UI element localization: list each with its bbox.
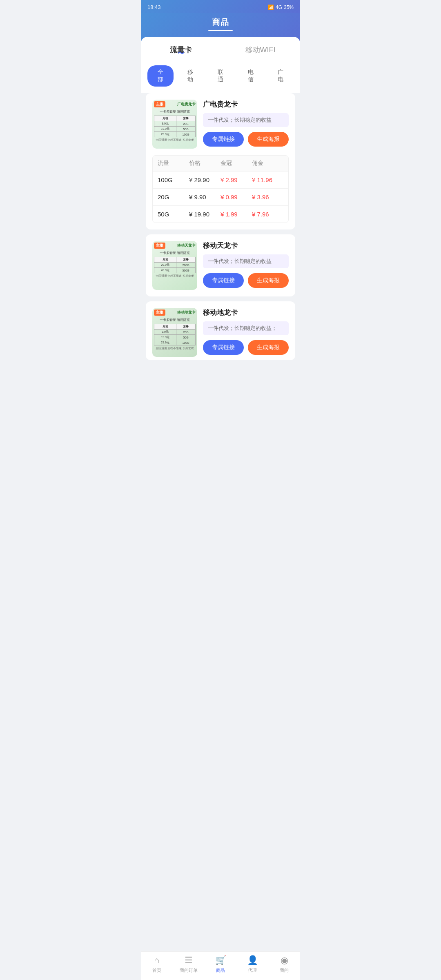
main-push-badge: 主推 <box>154 310 165 316</box>
main-push-badge: 主推 <box>154 243 165 249</box>
generate-poster-btn[interactable]: 生成海报 <box>248 132 289 147</box>
exclusive-link-btn-3[interactable]: 专属链接 <box>203 340 244 355</box>
product-list: 主推 广电贵龙卡 一卡多套餐 随用随充 月租套餐 9.9元20G 19.9元50… <box>141 93 300 398</box>
nav-agent[interactable]: 👤 代理 <box>236 955 268 973</box>
product-desc: 一件代发；长期稳定的收益 <box>203 254 289 268</box>
product-title: 移动天龙卡 <box>203 241 289 250</box>
exclusive-link-btn[interactable]: 专属链接 <box>203 132 244 147</box>
nav-products[interactable]: 🛒 商品 <box>205 955 236 973</box>
status-icons: 📶 4G 35% <box>268 4 294 10</box>
products-icon: 🛒 <box>215 955 226 966</box>
action-buttons-2: 专属链接 生成海报 <box>203 273 289 288</box>
main-tabs: 流量卡 〜 移动WIFI <box>141 37 300 60</box>
product-title: 广电贵龙卡 <box>203 100 289 109</box>
pricing-header: 流量 价格 金冠 佣金 <box>153 156 288 172</box>
nav-products-label: 商品 <box>216 967 225 973</box>
pricing-row-100g: 100G ¥ 29.90 ¥ 2.99 ¥ 11.96 <box>153 172 288 189</box>
card-pricing-table-3: 月租套餐 9.9元20G 19.9元50G 29.9元100G <box>154 324 196 345</box>
tab-wifi[interactable]: 移动WIFI <box>220 37 300 60</box>
product-info-mobile-dilong: 移动地龙卡 一件代发；长期稳定的收益； 专属链接 生成海报 <box>203 308 289 357</box>
product-card-mobile-dilong: 主推 移动地龙卡 一卡多套餐 随用随充 月租套餐 9.9元20G 19.9元50… <box>146 301 295 360</box>
nav-mine[interactable]: ◉ 我的 <box>268 955 300 973</box>
action-buttons-3: 专属链接 生成海报 <box>203 340 289 355</box>
product-info-guangdian: 广电贵龙卡 一件代发；长期稳定的收益 专属链接 生成海报 <box>203 100 289 149</box>
generate-poster-btn-3[interactable]: 生成海报 <box>248 340 289 355</box>
agent-icon: 👤 <box>247 955 258 966</box>
orders-icon: ☰ <box>185 955 193 966</box>
nav-mine-label: 我的 <box>280 967 289 973</box>
product-card-mobile-tianlong: 主推 移动天龙卡 一卡多套餐 随用随充 月租套餐 29.9元200G 49.9元… <box>146 234 295 296</box>
bottom-nav: ⌂ 首页 ☰ 我的订单 🛒 商品 👤 代理 ◉ 我的 <box>141 951 300 980</box>
nav-orders-label: 我的订单 <box>180 967 198 973</box>
filter-all[interactable]: 全部 <box>147 65 174 87</box>
product-card-guangdian-guilong: 主推 广电贵龙卡 一卡多套餐 随用随充 月租套餐 9.9元20G 19.9元50… <box>146 93 295 229</box>
product-title: 移动地龙卡 <box>203 308 289 317</box>
main-push-badge: 主推 <box>154 101 165 107</box>
card-pricing-table: 月租套餐 9.9元20G 19.9元50G 29.9元100G <box>154 116 196 137</box>
nav-agent-label: 代理 <box>248 967 257 973</box>
product-image-mobile-tianlong: 主推 移动天龙卡 一卡多套餐 随用随充 月租套餐 29.9元200G 49.9元… <box>152 241 197 290</box>
tab-squiggle: 〜 <box>178 49 184 58</box>
generate-poster-btn-2[interactable]: 生成海报 <box>248 273 289 288</box>
nav-home-label: 首页 <box>152 967 161 973</box>
product-image-mobile-dilong: 主推 移动地龙卡 一卡多套餐 随用随充 月租套餐 9.9元20G 19.9元50… <box>152 308 197 357</box>
action-buttons: 专属链接 生成海报 <box>203 132 289 147</box>
product-info-mobile-tianlong: 移动天龙卡 一件代发；长期稳定的收益 专属链接 生成海报 <box>203 241 289 290</box>
product-image-guangdian: 主推 广电贵龙卡 一卡多套餐 随用随充 月租套餐 9.9元20G 19.9元50… <box>152 100 197 149</box>
card-pricing-table-2: 月租套餐 29.9元200G 49.9元500G <box>154 257 196 273</box>
status-bar: 18:43 📶 4G 35% <box>141 0 300 13</box>
tab-liuliang[interactable]: 流量卡 〜 <box>141 37 220 60</box>
filter-mobile[interactable]: 移动 <box>178 65 204 87</box>
nav-home[interactable]: ⌂ 首页 <box>141 955 173 973</box>
product-desc: 一件代发；长期稳定的收益 <box>203 113 289 127</box>
header-underline <box>208 30 233 31</box>
pricing-row-50g: 50G ¥ 19.90 ¥ 1.99 ¥ 7.96 <box>153 206 288 223</box>
exclusive-link-btn-2[interactable]: 专属链接 <box>203 273 244 288</box>
nav-orders[interactable]: ☰ 我的订单 <box>173 955 205 973</box>
filter-cable[interactable]: 广电 <box>267 65 294 87</box>
product-desc: 一件代发；长期稳定的收益； <box>203 321 289 335</box>
filter-tabs: 全部 移动 联通 电信 广电 <box>141 60 300 93</box>
filter-unicom[interactable]: 联通 <box>207 65 234 87</box>
page-title: 商品 <box>141 17 300 28</box>
pricing-row-20g: 20G ¥ 9.90 ¥ 0.99 ¥ 3.96 <box>153 189 288 206</box>
status-time: 18:43 <box>147 4 161 10</box>
mine-icon: ◉ <box>281 955 288 966</box>
pricing-table-guangdian: 流量 价格 金冠 佣金 100G ¥ 29.90 ¥ 2.99 ¥ 11.96 … <box>152 155 289 223</box>
home-icon: ⌂ <box>154 955 159 966</box>
filter-telecom[interactable]: 电信 <box>238 65 264 87</box>
